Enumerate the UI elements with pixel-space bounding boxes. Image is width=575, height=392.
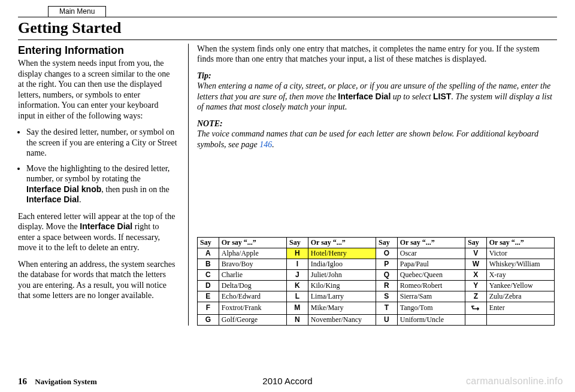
table-orsay-cell: Kilo/King [308, 281, 376, 291]
table-row: BBravo/BoyIIndia/IglooPPapa/PaulWWhiskey… [198, 259, 555, 270]
table-header: Or say “...” [219, 238, 286, 248]
table-say-cell: W [465, 259, 486, 270]
note-block: NOTE: The voice command names that can b… [197, 118, 555, 150]
table-orsay-cell: Charlie [219, 270, 286, 281]
table-say-cell: V [465, 248, 486, 259]
main-menu-button[interactable]: Main Menu [48, 6, 106, 17]
bullet-list: Say the desired letter, number, or symbo… [18, 127, 177, 205]
table-orsay-cell: Golf/George [219, 314, 286, 325]
table-orsay-cell: Yankee/Yellow [486, 281, 554, 291]
interface-dial-label: Interface Dial [80, 221, 132, 231]
table-orsay-cell: Quebec/Queen [397, 270, 465, 281]
table-orsay-cell: Enter [486, 302, 554, 315]
note-post: . [272, 140, 274, 149]
table-orsay-cell: Victor [486, 248, 554, 259]
left-column: Entering Information When the system nee… [18, 44, 189, 326]
table-say-cell: K [286, 281, 308, 291]
table-say-cell: X [465, 270, 486, 281]
table-orsay-cell: November/Nancy [308, 314, 376, 325]
table-orsay-cell: Foxtrot/Frank [219, 302, 286, 315]
table-say-cell: E [198, 291, 219, 302]
table-orsay-cell: Alpha/Apple [219, 248, 286, 259]
table-header: Say [198, 238, 219, 248]
table-say-cell: M [286, 302, 308, 315]
screen-placeholder [197, 156, 555, 227]
table-row: GGolf/GeorgeNNovember/NancyUUniform/Uncl… [198, 314, 555, 325]
paragraph-search: When entering an address, the system sea… [18, 259, 177, 301]
interface-dial-knob-label: Interface Dial knob [26, 184, 101, 194]
tip-block: Tip: When entering a name of a city, str… [197, 71, 555, 113]
table-say-cell: Y [465, 281, 486, 291]
table-say-cell: G [198, 314, 219, 325]
page-number: 16 [18, 376, 27, 386]
list-label: LIST [433, 92, 451, 101]
page-title: Getting Started [18, 17, 557, 38]
table-say-cell: ⮐ [465, 302, 486, 315]
table-say-cell: J [286, 270, 308, 281]
table-say-cell: D [198, 281, 219, 291]
table-say-cell: B [198, 259, 219, 270]
table-orsay-cell: Mike/Mary [308, 302, 376, 315]
model-label: 2010 Accord [262, 376, 312, 387]
table-row: FFoxtrot/FrankMMike/MaryTTango/Tom⮐Enter [198, 302, 555, 315]
interface-dial-label: Interface Dial [26, 195, 79, 204]
table-orsay-cell: Bravo/Boy [219, 259, 286, 270]
table-header: Or say “...” [308, 238, 376, 248]
table-orsay-cell: Uniform/Uncle [397, 314, 465, 325]
note-label: NOTE: [197, 119, 223, 128]
table-say-cell: C [198, 270, 219, 281]
table-header: Or say “...” [486, 238, 554, 248]
table-say-cell: L [286, 291, 308, 302]
tip-mid: up to select [391, 92, 433, 101]
bullet2-pre: Move the highlighting to the desired let… [26, 164, 170, 184]
enter-icon: ⮐ [471, 303, 480, 314]
table-row: EEcho/EdwardLLima/LarrySSierra/SamZZulu/… [198, 291, 555, 302]
intro-paragraph: When the system needs input from you, th… [18, 58, 177, 121]
table-header-row: Say Or say “...” Say Or say “...” Say Or… [198, 238, 555, 248]
table-header: Say [376, 238, 397, 248]
table-say-cell: S [376, 291, 397, 302]
table-say-cell: N [286, 314, 308, 325]
bullet2-mid: , then push in on the [101, 185, 170, 194]
paragraph-spacing: Each entered letter will appear at the t… [18, 211, 177, 253]
system-label: Navigation System [35, 377, 97, 386]
table-orsay-cell: Tango/Tom [397, 302, 465, 315]
table-orsay-cell: Echo/Edward [219, 291, 286, 302]
list-item: Move the highlighting to the desired let… [26, 163, 177, 205]
table-say-cell: P [376, 259, 397, 270]
table-say-cell: F [198, 302, 219, 315]
table-orsay-cell: India/Igloo [308, 259, 376, 270]
table-header: Say [286, 238, 308, 248]
title-rule [18, 39, 557, 40]
table-say-cell: I [286, 259, 308, 270]
table-orsay-cell: Whiskey/William [486, 259, 554, 270]
table-say-cell: Q [376, 270, 397, 281]
list-item: Say the desired letter, number, or symbo… [26, 127, 177, 159]
note-pre: The voice command names that can be used… [197, 129, 538, 149]
match-paragraph: When the system finds only one entry tha… [197, 44, 555, 65]
bullet2-post: . [79, 195, 81, 204]
table-say-cell: A [198, 248, 219, 259]
tip-label: Tip: [197, 71, 211, 80]
table-orsay-cell: Zulu/Zebra [486, 291, 554, 302]
table-orsay-cell: Romeo/Robert [397, 281, 465, 291]
table-orsay-cell: X-ray [486, 270, 554, 281]
table-row: DDelta/DogKKilo/KingRRomeo/RobertYYankee… [198, 281, 555, 291]
table-say-cell: R [376, 281, 397, 291]
interface-dial-label: Interface Dial [338, 92, 391, 101]
table-header: Say [465, 238, 486, 248]
table-say-cell: H [286, 248, 308, 259]
table-say-cell: U [376, 314, 397, 325]
footer: 16 Navigation System [18, 376, 97, 387]
table-orsay-cell: Oscar [397, 248, 465, 259]
table-say-cell: Z [465, 291, 486, 302]
table-row: CCharlieJJuliet/JohnQQuebec/QueenXX-ray [198, 270, 555, 281]
watermark: carmanualsonline.info [466, 375, 563, 387]
table-orsay-cell [486, 314, 554, 325]
section-heading: Entering Information [18, 44, 177, 57]
table-say-cell: T [376, 302, 397, 315]
table-orsay-cell: Delta/Dog [219, 281, 286, 291]
table-header: Or say “...” [397, 238, 465, 248]
page-link[interactable]: 146 [259, 140, 272, 149]
table-orsay-cell: Lima/Larry [308, 291, 376, 302]
